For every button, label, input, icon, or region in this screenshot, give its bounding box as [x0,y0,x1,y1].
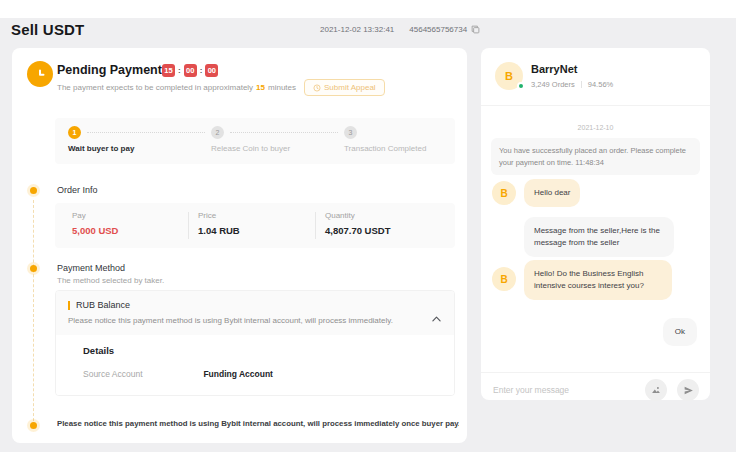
step-connector [230,132,338,133]
subtitle-text: The payment expects to be completed in a… [57,83,253,92]
source-account-value: Funding Account [203,369,273,379]
timer-colon: : [200,66,203,75]
step-2-circle: 2 [211,126,224,139]
source-account-row: Source Account Funding Account [83,369,442,379]
order-id-wrap: 4564565756734 [409,25,480,34]
submit-appeal-label: Submit Appeal [324,83,376,92]
method-note: Please notice this payment method is usi… [68,316,442,325]
order-meta: 2021-12-02 13:32:41 4564565756734 [320,25,480,34]
avatar-letter: B [505,70,513,82]
attach-image-button[interactable] [645,379,667,401]
method-name: RUB Balance [76,300,130,310]
order-detail-card: Pending Payment 15 : 00 : 00 The payment… [12,48,467,443]
p2p-order-page: Sell USDT 2021-12-02 13:32:41 4564565756… [0,0,736,452]
order-id: 4564565756734 [409,25,467,34]
timer-hours: 15 [162,64,175,77]
step-3-label: Transaction Completed [344,144,426,153]
chat-input-row [481,373,710,400]
quantity-column: Quantity 4,807.70 USDT [325,211,390,236]
chat-panel: B BarryNet 3,249 Orders 94.56% 2021-12-1… [481,48,710,400]
counterparty-stats: 3,249 Orders 94.56% [531,80,613,89]
price-column: Price 1.04 RUB [198,211,240,236]
countdown-timer: 15 : 00 : 00 [162,64,218,77]
chat-date: 2021-12-10 [481,124,710,131]
progress-steps: 1 2 3 Wait buyer to pay Release Coin to … [55,118,455,164]
price-label: Price [198,211,240,220]
order-info-bullet [30,187,37,194]
payment-method-bullet [30,265,37,272]
timer-seconds: 00 [205,64,218,77]
send-message-button[interactable] [677,379,699,401]
source-account-label: Source Account [83,369,201,379]
pay-label: Pay [72,211,118,220]
avatar-letter: B [500,274,507,285]
online-status-dot [517,82,525,90]
footer-note: Please notice this payment method is usi… [57,419,459,428]
orders-count: 3,249 Orders [531,80,575,89]
chat-message-own: Ok [663,318,697,346]
step-1-circle: 1 [68,126,81,139]
section-timeline [33,200,34,426]
order-timestamp: 2021-12-02 13:32:41 [320,25,394,34]
copy-icon[interactable] [471,25,480,34]
submit-appeal-button[interactable]: Submit Appeal [304,79,385,96]
timer-colon: : [178,66,181,75]
quantity-label: Quantity [325,211,390,220]
counterparty-name[interactable]: BarryNet [531,63,577,75]
chat-header-divider [481,105,710,106]
page-title: Sell USDT [11,21,84,38]
timer-minutes: 00 [184,64,197,77]
pending-clock-icon [27,61,53,87]
payment-method-box: RUB Balance Please notice this payment m… [55,290,455,396]
step-connector [87,132,205,133]
counterparty-avatar: B [495,62,523,90]
pending-subtitle: The payment expects to be completed in a… [57,79,385,96]
method-name-row: RUB Balance [68,300,442,310]
pay-column: Pay 5,000 USD [72,211,118,236]
step-3-circle: 3 [344,126,357,139]
message-input[interactable] [493,385,633,395]
subtitle-suffix: minutes [268,83,296,92]
system-message: You have successfully placed an order. P… [491,138,700,175]
step-1-label: Wait buyer to pay [68,144,134,153]
message-avatar: B [492,181,516,205]
chat-message: Hello dear [524,179,580,207]
payment-method-title: Payment Method [57,263,125,273]
info-divider [315,212,316,239]
footer-note-bullet [30,422,37,429]
step-2-label: Release Coin to buyer [211,144,290,153]
pay-value: 5,000 USD [72,225,118,236]
success-rate: 94.56% [588,80,613,89]
stats-divider [581,81,582,88]
price-value: 1.04 RUB [198,225,240,236]
info-divider [188,212,189,239]
subtitle-minutes: 15 [256,83,265,92]
payment-details: Details Source Account Funding Account [56,335,454,395]
order-info-box: Pay 5,000 USD Price 1.04 RUB Quantity 4,… [55,203,455,248]
payment-method-subtitle: The method selected by taker. [57,276,164,285]
avatar-letter: B [500,188,507,199]
details-title: Details [83,345,442,356]
message-avatar: B [492,267,516,291]
chevron-up-icon[interactable] [432,308,441,326]
chat-message: Hello! Do the Business English intensive… [524,260,672,300]
order-info-title: Order Info [57,185,98,195]
pending-payment-title: Pending Payment [57,63,162,77]
method-accent-bar [68,301,70,310]
chat-message: Message from the seller,Here is the mess… [524,217,674,257]
quantity-value: 4,807.70 USDT [325,225,390,236]
payment-method-header[interactable]: RUB Balance Please notice this payment m… [56,291,454,335]
